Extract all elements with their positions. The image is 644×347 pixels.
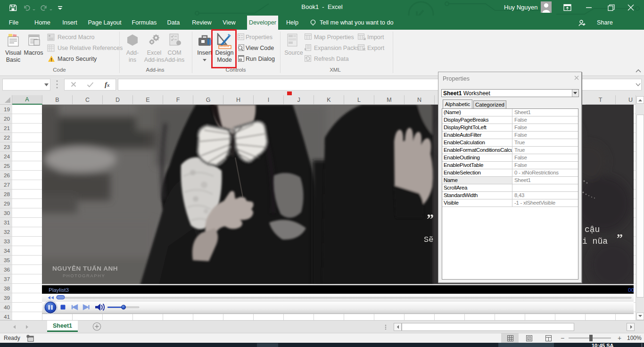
svg-text:Playlist3: Playlist3 [49, 287, 69, 293]
svg-text:cậu: cậu [585, 225, 600, 234]
svg-text:Sẽ: Sẽ [424, 235, 433, 244]
svg-text:PHOTOGRAPHY: PHOTOGRAPHY [63, 273, 105, 278]
svg-text:i nũa: i nũa [582, 237, 608, 246]
svg-text:NGUYỄN TUẤN ANH: NGUYỄN TUẤN ANH [52, 265, 118, 272]
svg-text:00: 00 [628, 287, 634, 293]
svg-text:”: ” [427, 211, 434, 226]
svg-text:”: ” [617, 231, 623, 245]
